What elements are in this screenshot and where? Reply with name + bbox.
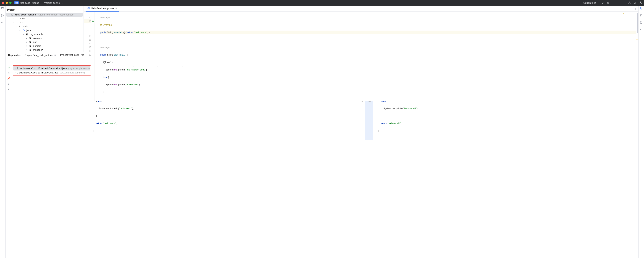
warning-count: 7	[625, 12, 626, 15]
search-icon[interactable]	[634, 1, 636, 4]
expand-icon[interactable]: ›	[25, 49, 28, 51]
open-icon[interactable]: ↗	[8, 88, 10, 91]
expand-icon[interactable]: ›	[15, 67, 16, 69]
maximize-window[interactable]	[9, 2, 12, 4]
scrollbar-thumb[interactable]	[637, 13, 638, 33]
close-icon[interactable]: ×	[54, 54, 56, 56]
editor-tab[interactable]: Ⓒ HelloServiceImpl.java ×	[86, 6, 119, 12]
folder-icon: 🗀	[16, 21, 18, 24]
minimize-window[interactable]	[6, 2, 8, 4]
expand-icon[interactable]: ›	[12, 18, 14, 20]
code-area[interactable]: no usages @Override public String sayHel…	[94, 12, 636, 101]
svg-point-2	[634, 2, 636, 4]
package-icon: ▣	[29, 48, 32, 51]
tab-filename: HelloServiceImpl.java	[91, 7, 114, 10]
expand-icon[interactable]: ⌄	[22, 33, 24, 35]
settings-icon[interactable]	[639, 1, 642, 4]
project-tool-icon[interactable]	[1, 7, 4, 10]
close-window[interactable]	[2, 2, 4, 4]
inlay-hint: no usages	[100, 46, 110, 49]
right-tool-stripe: ⓐ m	[638, 6, 644, 258]
svg-point-0	[608, 2, 609, 4]
tree-item-java[interactable]: ⌄🗀java	[6, 28, 83, 32]
more-icon[interactable]: ⋮	[612, 1, 615, 4]
package-icon: ▣	[29, 37, 32, 40]
svg-rect-6	[3, 15, 4, 16]
expand-icon[interactable]: ›	[25, 41, 28, 43]
class-icon: Ⓒ	[88, 7, 90, 10]
chevron-down-icon: ⌄	[62, 2, 63, 4]
package-icon: ▣	[29, 45, 32, 47]
tree-item-dao[interactable]: ›▣dao	[6, 40, 83, 44]
more-tools-icon[interactable]: ⋯	[1, 21, 4, 24]
project-badge: TR	[14, 1, 19, 4]
expand-icon[interactable]: ⌄	[12, 22, 14, 24]
tree-item-src[interactable]: ⌄🗀src	[6, 21, 83, 24]
tree-label: test_code_reduce	[15, 13, 36, 16]
debug-icon[interactable]	[607, 1, 610, 4]
folder-icon: 🗀	[11, 13, 14, 16]
svg-rect-4	[2, 14, 2, 15]
tree-root[interactable]: ⌄ 🗀 test_code_reduce ~/IdeaProjects/test…	[6, 13, 83, 17]
warning-marker[interactable]	[636, 40, 638, 40]
svg-point-3	[640, 3, 641, 3]
folder-icon: 🗀	[19, 25, 22, 28]
package-icon: ▣	[26, 33, 29, 36]
duplicates-title: Duplicates	[8, 52, 21, 58]
tree-label: org.example	[30, 33, 43, 36]
project-name: test_code_reduce	[20, 2, 39, 4]
tree-item-common[interactable]: ›▣common	[6, 36, 83, 40]
tree-item-idea[interactable]: ›🗀.idea	[6, 17, 83, 21]
run-gutter-icon[interactable]: ▶	[92, 19, 94, 23]
expand-icon[interactable]: ⌄	[15, 25, 18, 27]
editor-body[interactable]: 10 11 15 16 17 18 19 20 ▶	[84, 12, 638, 101]
code-with-me-icon[interactable]	[628, 1, 631, 4]
tree-item-manager[interactable]: ›▣manager	[6, 48, 83, 52]
tree-item-domain[interactable]: ›▣domain	[6, 44, 83, 48]
tree-item-pkg[interactable]: ⌄▣org.example	[6, 32, 83, 36]
ai-icon[interactable]: ⓐ	[640, 14, 643, 17]
project-selector[interactable]: TR test_code_reduce ⌄	[14, 1, 42, 4]
project-panel-title: Project	[7, 8, 15, 11]
expand-icon[interactable]: ›	[25, 37, 28, 39]
expand-icon[interactable]: ⌄	[8, 14, 10, 16]
expand-icon[interactable]: ›	[25, 45, 28, 47]
duplicate-entry-1[interactable]: › 2 duplicates, Cost: 18 in HelloService…	[14, 66, 90, 70]
editor-scrollbar[interactable]	[636, 12, 638, 101]
run-icon[interactable]	[601, 1, 604, 4]
nav-up-icon[interactable]: ⌃	[628, 12, 630, 15]
expand-icon[interactable]: ⌄	[18, 29, 21, 31]
project-panel-header: Project ⌄	[6, 7, 83, 13]
tree-label: dao	[33, 41, 37, 43]
close-tab-icon[interactable]: ×	[115, 7, 117, 10]
chevron-down-icon[interactable]: ⌄	[16, 9, 18, 11]
tab-menu-icon[interactable]: ⋮	[634, 7, 636, 10]
nav-down-icon[interactable]: ⌄	[632, 12, 634, 15]
structure-tool-icon[interactable]	[1, 14, 4, 17]
svg-rect-5	[2, 16, 2, 16]
pin-icon[interactable]: 📌	[7, 77, 10, 80]
svg-point-7	[640, 21, 642, 22]
notifications-icon[interactable]	[640, 7, 643, 10]
rerun-icon[interactable]: ⟳	[8, 66, 10, 69]
topbar: TR test_code_reduce ⌄ Version control ⌄ …	[0, 0, 644, 6]
expand-icon[interactable]: ›	[15, 72, 16, 74]
tree-label: manager	[33, 48, 42, 51]
export-icon[interactable]: ⤴	[8, 82, 9, 85]
tree-item-main[interactable]: ⌄🗀main	[6, 24, 83, 28]
editor-tabs: Ⓒ HelloServiceImpl.java × ⋮	[84, 6, 638, 12]
tree-label: .idea	[20, 17, 25, 20]
inspection-badge[interactable]: ⚠ 7 ⌃ ⌄	[622, 12, 634, 15]
run-config-label: Current File	[583, 2, 596, 4]
dup-package: (org.example.common)	[60, 71, 85, 74]
version-control-menu[interactable]: Version control ⌄	[44, 2, 63, 4]
close-icon[interactable]: ✕	[8, 72, 10, 74]
database-icon[interactable]	[640, 21, 643, 24]
duplicate-entry-2[interactable]: › 2 duplicates, Cost: 17 in DateUtils.ja…	[14, 70, 90, 75]
dup-label: 2 duplicates, Cost: 18 in HelloServiceIm…	[17, 67, 66, 70]
duplicates-list[interactable]: › 2 duplicates, Cost: 18 in HelloService…	[12, 64, 92, 113]
project-tree[interactable]: Project ⌄ ⌄ 🗀 test_code_reduce ~/IdeaPro…	[6, 6, 84, 52]
run-config-selector[interactable]: Current File ⌄	[583, 2, 598, 4]
maven-icon[interactable]: m	[640, 28, 643, 31]
duplicates-tab-1[interactable]: Project 'test_code_reduce'×	[24, 52, 56, 58]
